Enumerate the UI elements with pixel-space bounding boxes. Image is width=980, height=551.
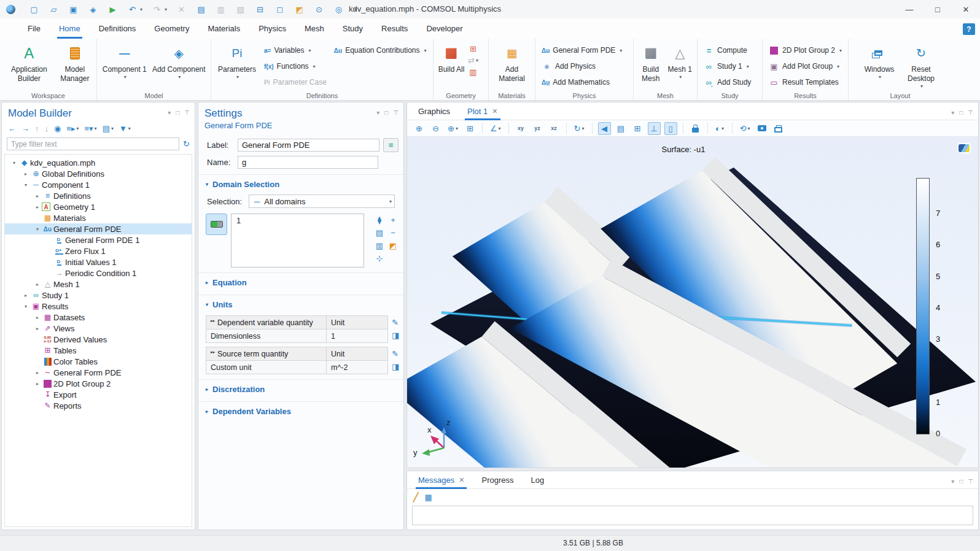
chevron-right-icon[interactable]: ▸ bbox=[33, 381, 42, 387]
tree-item-results[interactable]: ▾▣Results bbox=[5, 301, 192, 312]
insert-sequence-icon[interactable]: ⊞ bbox=[468, 44, 478, 53]
mesh-1-button[interactable]: △ Mesh 1▾ bbox=[667, 42, 694, 80]
chevron-right-icon[interactable]: ▸ bbox=[33, 193, 42, 199]
windows-button[interactable]: Windows▾ bbox=[860, 42, 899, 80]
add-study-button[interactable]: ∞̟ Add Study bbox=[701, 74, 753, 90]
tree-item-datasets[interactable]: ▸▦Datasets bbox=[5, 312, 192, 323]
save-as-button[interactable]: ◈ bbox=[88, 4, 98, 14]
remove-from-selection-icon[interactable]: − bbox=[386, 226, 400, 239]
tab-messages[interactable]: Messages ✕ bbox=[410, 471, 473, 489]
menu-tab-definitions[interactable]: Definitions bbox=[90, 18, 146, 39]
grid-icon[interactable]: ⊞ bbox=[631, 122, 644, 135]
orientation-indicator-icon[interactable]: ⊥ bbox=[648, 122, 661, 135]
chevron-down-icon[interactable]: ▾ bbox=[10, 160, 18, 166]
parameter-case-button[interactable]: Pi Parameter Case bbox=[262, 74, 329, 90]
go-to-default-view-icon[interactable]: ∠▾ bbox=[488, 122, 503, 135]
float-panel-icon[interactable]: □ bbox=[176, 109, 179, 116]
source-term-unit-cell[interactable]: m^-2 bbox=[327, 361, 388, 374]
float-panel-icon[interactable]: □ bbox=[959, 109, 963, 116]
float-panel-icon[interactable]: □ bbox=[959, 478, 963, 485]
section-discretization[interactable]: ▸ Discretization bbox=[198, 379, 403, 398]
tree-filter-input[interactable] bbox=[7, 137, 179, 150]
functions-button[interactable]: f(x) Functions▾ bbox=[262, 58, 329, 74]
new-file-button[interactable]: ▢ bbox=[29, 4, 39, 14]
zoom-out-icon[interactable]: ⊖ bbox=[429, 122, 442, 135]
dependent-variable-unit-cell[interactable]: 1 bbox=[327, 329, 388, 343]
menu-tab-physics[interactable]: Physics bbox=[249, 18, 295, 39]
menu-tab-geometry[interactable]: Geometry bbox=[145, 18, 198, 39]
tree-item-periodic-condition-1[interactable]: →Periodic Condition 1 bbox=[5, 268, 192, 279]
menu-tab-mesh[interactable]: Mesh bbox=[295, 18, 333, 39]
collapse-all-icon[interactable]: ≡▾▾ bbox=[84, 124, 96, 133]
chevron-right-icon[interactable]: ▸ bbox=[33, 282, 42, 287]
name-input[interactable] bbox=[238, 156, 378, 169]
tab-graphics[interactable]: Graphics bbox=[410, 102, 459, 120]
tree-item-mesh-1[interactable]: ▸△Mesh 1 bbox=[5, 279, 192, 290]
menu-tab-home[interactable]: Home bbox=[50, 18, 90, 39]
tree-item-tables[interactable]: ⊞Tables bbox=[5, 345, 192, 356]
panel-menu-icon[interactable]: ▾ bbox=[168, 109, 171, 116]
select-box-button[interactable]: ◻ bbox=[274, 4, 285, 14]
selection-list[interactable]: 1 bbox=[231, 214, 364, 268]
change-unit-icon[interactable]: ◨ bbox=[392, 331, 399, 340]
paste-selection-icon[interactable]: ▥ bbox=[373, 239, 386, 252]
zoom-to-selection-icon[interactable]: ⊹ bbox=[373, 252, 386, 265]
section-equation[interactable]: ▸ Equation bbox=[198, 272, 403, 291]
edit-unit-table-icon[interactable]: ✎ bbox=[392, 318, 399, 327]
tree-item-component-1[interactable]: ▾─Component 1 bbox=[5, 179, 192, 190]
chevron-down-icon[interactable]: ▾ bbox=[21, 304, 30, 309]
active-toggle-button[interactable] bbox=[206, 214, 227, 235]
close-tab-icon[interactable]: ✕ bbox=[459, 476, 464, 484]
section-units[interactable]: ▾ Units bbox=[198, 295, 403, 313]
tree-item-color-tables[interactable]: Color Tables bbox=[5, 356, 192, 367]
minimize-button[interactable]: — bbox=[895, 0, 924, 18]
zoom-extents-icon[interactable]: ⊞ bbox=[464, 122, 476, 135]
source-term-quantity-cell[interactable]: Custom unit bbox=[206, 361, 327, 374]
model-tree-nodes-icon[interactable]: ▤▾ bbox=[103, 124, 114, 133]
refresh-icon[interactable]: ↻ bbox=[183, 139, 190, 148]
variables-button[interactable]: a= Variables▾ bbox=[262, 42, 329, 58]
model-manager-button[interactable]: Model Manager bbox=[57, 42, 93, 83]
panel-menu-icon[interactable]: ▾ bbox=[951, 478, 954, 485]
tree-item-materials[interactable]: ▦Materials bbox=[5, 212, 192, 223]
messages-text-area[interactable] bbox=[412, 506, 973, 525]
image-snapshot-icon[interactable] bbox=[755, 122, 768, 135]
print-icon[interactable] bbox=[772, 122, 785, 135]
panel-menu-icon[interactable]: ▾ bbox=[376, 109, 379, 116]
tree-item-views[interactable]: ▸⇗Views bbox=[5, 323, 192, 334]
panel-menu-icon[interactable]: ▾ bbox=[951, 109, 954, 116]
tree-item-geometry-1[interactable]: ▸AGeometry 1 bbox=[5, 201, 192, 212]
general-form-pde-ribbon-button[interactable]: Δu General Form PDE▾ bbox=[539, 42, 624, 58]
move-up-icon[interactable]: ↑ bbox=[35, 124, 39, 133]
open-file-button[interactable]: ▱ bbox=[49, 4, 59, 14]
clear-selection-icon[interactable]: ◩ bbox=[386, 239, 400, 252]
update-geometry-icon[interactable]: ⇄▾ bbox=[468, 55, 478, 65]
search-button[interactable]: ◎ bbox=[333, 4, 344, 14]
copy-button[interactable]: ▤ bbox=[196, 4, 206, 14]
pin-icon[interactable]: ⊤ bbox=[968, 478, 973, 485]
2d-plot-group-2-ribbon-button[interactable]: 2D Plot Group 2▾ bbox=[766, 42, 844, 58]
expand-all-icon[interactable]: ≡▸▾ bbox=[66, 124, 79, 133]
pin-icon[interactable]: ⊤ bbox=[968, 109, 973, 116]
menu-tab-materials[interactable]: Materials bbox=[198, 18, 249, 39]
tree-item-initial-values-1[interactable]: DInitial Values 1 bbox=[5, 256, 192, 268]
pin-icon[interactable]: ⊤ bbox=[393, 109, 399, 116]
run-button[interactable]: ▶ bbox=[107, 4, 118, 14]
selection-list-item[interactable]: 1 bbox=[236, 216, 241, 225]
redo-button[interactable]: ↷▾ bbox=[152, 4, 167, 14]
chevron-right-icon[interactable]: ▸ bbox=[33, 326, 42, 331]
label-input[interactable] bbox=[238, 139, 379, 152]
add-to-selection-icon[interactable]: + bbox=[386, 214, 400, 226]
view-yz-icon[interactable]: yz bbox=[531, 122, 544, 135]
tab-log[interactable]: Log bbox=[523, 471, 553, 489]
close-tab-icon[interactable]: ✕ bbox=[492, 107, 497, 115]
equation-contributions-button[interactable]: Δu Equation Contributions▾ bbox=[332, 42, 429, 58]
section-domain-selection[interactable]: ▾ Domain Selection bbox=[198, 174, 403, 193]
tree-item-export[interactable]: ↧Export bbox=[5, 389, 192, 400]
menu-tab-results[interactable]: Results bbox=[372, 18, 417, 39]
save-button[interactable]: ▣ bbox=[68, 4, 79, 14]
tree-item-2d-plot-group-2[interactable]: ▸2D Plot Group 2 bbox=[5, 378, 192, 389]
tree-item-reports[interactable]: ✎Reports bbox=[5, 400, 192, 411]
create-selection-icon[interactable]: ⧫ bbox=[373, 214, 386, 226]
compute-button[interactable]: = Compute bbox=[701, 42, 753, 58]
